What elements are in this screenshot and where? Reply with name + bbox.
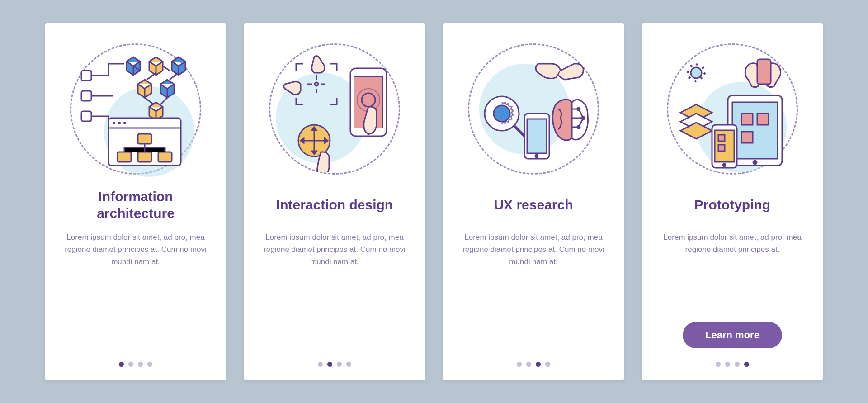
card-description: Lorem ipsum dolor sit amet, ad pro, mea …	[260, 231, 409, 348]
svg-rect-31	[732, 102, 778, 159]
svg-rect-39	[718, 135, 725, 141]
svg-point-20	[494, 105, 510, 122]
svg-rect-34	[757, 114, 769, 125]
svg-rect-0	[81, 71, 91, 81]
svg-rect-35	[741, 132, 753, 143]
card-title: Prototyping	[694, 188, 770, 222]
pagination-dots	[318, 362, 351, 367]
card-title: Information architecture	[61, 188, 210, 222]
svg-point-32	[753, 161, 757, 164]
dot-3[interactable]	[337, 362, 342, 367]
interaction-design-illustration	[267, 41, 402, 177]
card-description: Lorem ipsum dolor sit amet, ad pro, mea …	[658, 231, 807, 313]
svg-rect-33	[741, 114, 753, 125]
pagination-dots	[716, 362, 749, 367]
dot-4[interactable]	[147, 362, 152, 367]
svg-point-6	[118, 122, 121, 124]
svg-rect-10	[138, 152, 151, 162]
svg-point-28	[691, 67, 702, 78]
information-architecture-illustration	[68, 41, 203, 177]
learn-more-button[interactable]: Learn more	[683, 322, 782, 348]
dot-3[interactable]	[536, 362, 541, 367]
onboarding-card-3: UX research Lorem ipsum dolor sit amet, …	[443, 23, 624, 380]
svg-rect-1	[81, 91, 91, 101]
pagination-dots	[119, 362, 152, 367]
dot-1[interactable]	[517, 362, 522, 367]
dot-2[interactable]	[327, 362, 332, 367]
onboarding-card-2: Interaction design Lorem ipsum dolor sit…	[244, 23, 425, 380]
dot-3[interactable]	[735, 362, 740, 367]
card-description: Lorem ipsum dolor sit amet, ad pro, mea …	[459, 231, 608, 348]
svg-point-5	[113, 122, 115, 124]
svg-rect-40	[718, 145, 725, 151]
dot-1[interactable]	[716, 362, 721, 367]
dot-2[interactable]	[128, 362, 133, 367]
pagination-dots	[517, 362, 550, 367]
dot-4[interactable]	[346, 362, 351, 367]
dot-4[interactable]	[545, 362, 550, 367]
svg-point-12	[315, 82, 318, 86]
svg-rect-23	[527, 119, 547, 153]
card-title: UX research	[494, 188, 573, 222]
dot-2[interactable]	[526, 362, 531, 367]
svg-rect-8	[138, 134, 151, 144]
prototyping-illustration	[665, 41, 800, 177]
onboarding-card-1: Information architecture Lorem ipsum dol…	[45, 23, 226, 380]
dot-2[interactable]	[725, 362, 730, 367]
svg-rect-11	[158, 152, 172, 162]
svg-rect-9	[118, 152, 131, 162]
svg-point-7	[123, 122, 126, 124]
svg-point-38	[723, 164, 726, 166]
dot-1[interactable]	[119, 362, 124, 367]
ux-research-illustration	[466, 41, 601, 177]
svg-rect-29	[757, 59, 771, 84]
onboarding-card-4: Prototyping Lorem ipsum dolor sit amet, …	[642, 23, 823, 380]
card-title: Interaction design	[276, 188, 393, 222]
dot-3[interactable]	[138, 362, 143, 367]
dot-1[interactable]	[318, 362, 323, 367]
card-description: Lorem ipsum dolor sit amet, ad pro, mea …	[61, 231, 210, 348]
svg-rect-2	[81, 111, 91, 121]
svg-point-24	[535, 155, 538, 157]
dot-4[interactable]	[744, 362, 749, 367]
